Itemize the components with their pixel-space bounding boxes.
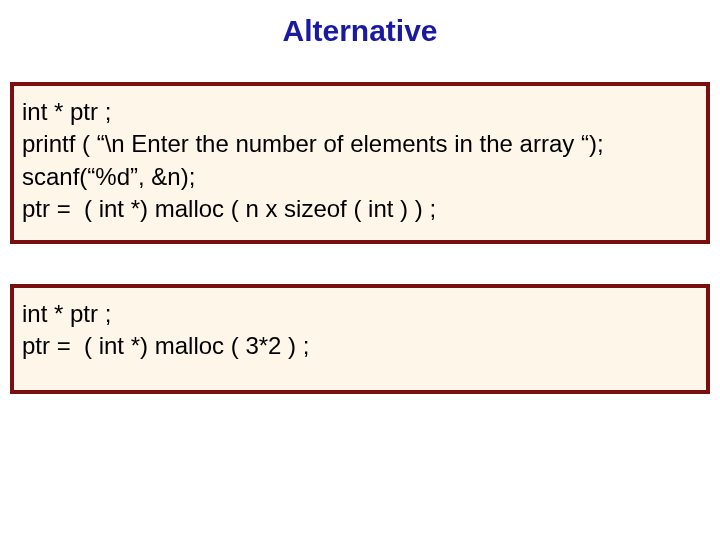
code-box-2: int * ptr ; ptr = ( int *) malloc ( 3*2 … (10, 284, 710, 395)
code-line: int * ptr ; (22, 96, 698, 128)
code-box-1: int * ptr ; printf ( “\n Enter the numbe… (10, 82, 710, 244)
slide-title: Alternative (0, 14, 720, 48)
slide: Alternative int * ptr ; printf ( “\n Ent… (0, 0, 720, 540)
code-line: scanf(“%d”, &n); (22, 161, 698, 193)
code-line: ptr = ( int *) malloc ( n x sizeof ( int… (22, 193, 698, 225)
code-line: int * ptr ; (22, 298, 698, 330)
code-line: ptr = ( int *) malloc ( 3*2 ) ; (22, 330, 698, 362)
code-line: printf ( “\n Enter the number of element… (22, 128, 698, 160)
